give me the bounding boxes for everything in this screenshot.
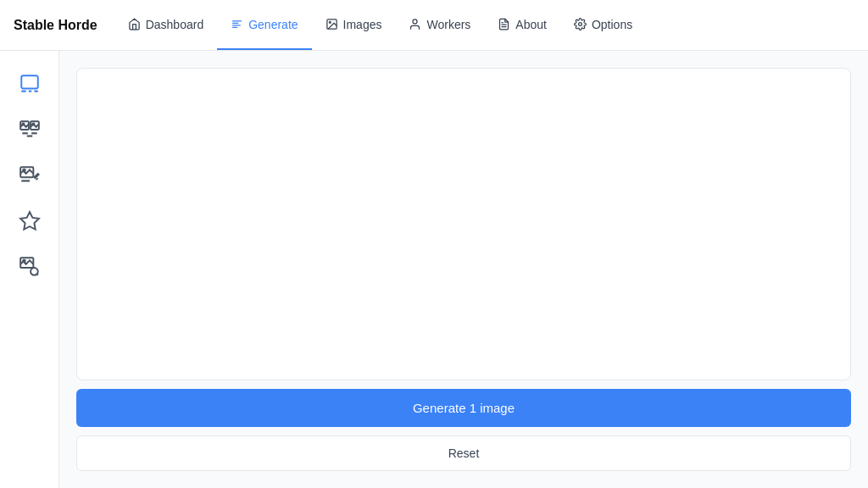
- nav-item-dashboard[interactable]: Dashboard: [114, 0, 218, 50]
- nav-item-workers[interactable]: Workers: [395, 0, 484, 50]
- nav-label-images: Images: [343, 18, 382, 31]
- sidebar-item-txt2img[interactable]: [10, 64, 49, 103]
- images-icon: [326, 18, 338, 30]
- nav-item-about[interactable]: About: [484, 0, 560, 50]
- nav-item-generate[interactable]: Generate: [217, 0, 311, 50]
- nav-label-generate: Generate: [248, 18, 298, 31]
- svg-point-5: [329, 21, 331, 23]
- nav-items: Dashboard Generate Images: [114, 0, 647, 50]
- topnav: Stable Horde Dashboard Generate: [0, 0, 868, 51]
- nav-item-images[interactable]: Images: [312, 0, 396, 50]
- nav-label-dashboard: Dashboard: [146, 18, 204, 31]
- generate-button[interactable]: Generate 1 image: [76, 389, 851, 427]
- brand-name: Stable Horde: [14, 18, 97, 33]
- svg-marker-24: [20, 212, 39, 230]
- svg-rect-10: [21, 75, 38, 88]
- nav-label-workers: Workers: [426, 18, 470, 31]
- options-icon: [574, 18, 587, 30]
- sidebar-item-inpaint[interactable]: [10, 156, 49, 195]
- reset-button[interactable]: Reset: [76, 435, 851, 471]
- nav-label-options: Options: [592, 18, 632, 31]
- home-icon: [128, 18, 141, 30]
- svg-line-28: [36, 274, 38, 275]
- sidebar-item-img2img[interactable]: [10, 110, 49, 149]
- workers-icon: [409, 18, 421, 30]
- image-preview-area: [76, 68, 851, 380]
- nav-item-options[interactable]: Options: [560, 0, 646, 50]
- sidebar-item-interrogate[interactable]: [10, 247, 49, 286]
- sidebar: [0, 51, 59, 488]
- about-icon: [498, 18, 510, 30]
- main-layout: Generate 1 image Reset: [0, 51, 868, 488]
- sidebar-item-rating[interactable]: [10, 202, 49, 241]
- content-area: Generate 1 image Reset: [59, 51, 868, 488]
- generate-icon: [231, 18, 243, 30]
- svg-point-9: [579, 23, 582, 26]
- svg-point-6: [413, 19, 417, 24]
- nav-label-about: About: [515, 18, 547, 31]
